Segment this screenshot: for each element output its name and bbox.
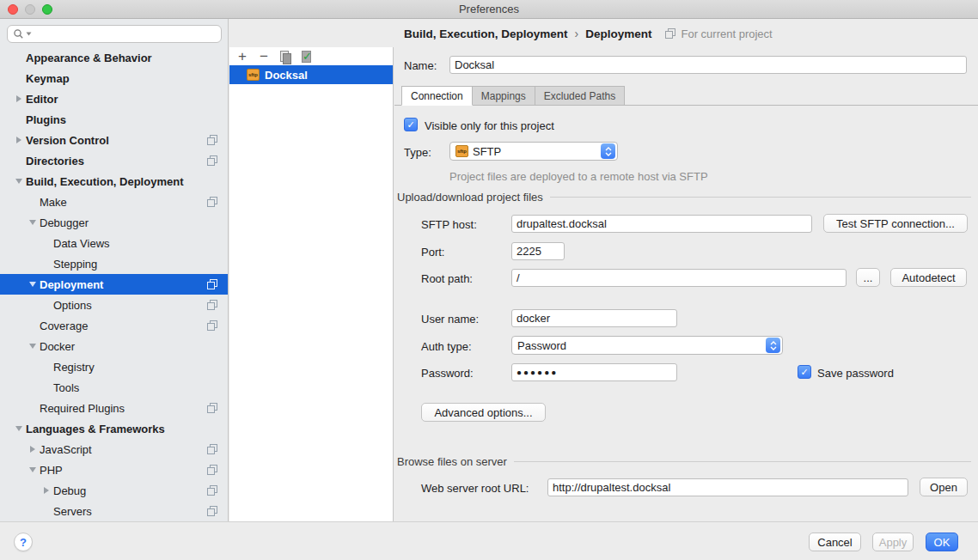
header-bar: Build, Execution, Deployment › Deploymen… [229,19,978,47]
sidebar-item-registry[interactable]: Registry [0,356,228,377]
sidebar-item-appearance-behavior[interactable]: Appearance & Behavior [0,47,228,68]
per-project-icon [207,485,217,496]
sidebar-item-required-plugins[interactable]: Required Plugins [0,398,228,418]
ok-button[interactable]: OK [926,533,958,551]
sidebar-item-build-execution-deployment[interactable]: Build, Execution, Deployment [0,171,228,192]
search-options-caret-icon[interactable] [26,32,32,36]
help-button[interactable]: ? [14,533,33,551]
sidebar-item-label: Coverage [40,320,88,332]
chevron-down-icon[interactable] [26,218,40,227]
visible-only-label: Visible only for this project [425,119,554,132]
footer-bar: ? Cancel Apply OK [0,521,978,560]
sidebar-item-debug[interactable]: Debug [0,480,228,501]
save-password-checkbox[interactable]: ✓ [798,365,811,379]
no-arrow [12,115,26,124]
sidebar-item-label: Editor [26,93,58,106]
search-input[interactable] [7,25,222,43]
copy-button[interactable] [276,49,295,64]
autodetect-button[interactable]: Autodetect [890,268,967,287]
sidebar-item-label: Options [53,299,92,312]
remove-button[interactable] [254,49,273,64]
sidebar-item-tools[interactable]: Tools [0,377,228,398]
per-project-icon [207,197,217,207]
advanced-options-button[interactable]: Advanced options... [421,403,546,422]
cancel-button[interactable]: Cancel [809,533,861,551]
section-divider [550,197,971,198]
sidebar-item-version-control[interactable]: Version Control [0,130,228,150]
name-input[interactable]: Docksal [449,56,967,74]
sidebar-item-label: Registry [53,361,95,374]
chevron-right-icon[interactable] [12,94,26,103]
user-name-input[interactable]: docker [511,309,677,327]
tab-excluded-paths[interactable]: Excluded Paths [535,86,625,106]
sidebar-item-make[interactable]: Make [0,192,228,212]
sidebar-item-debugger[interactable]: Debugger [0,212,228,233]
browse-root-path-button[interactable]: ... [856,268,880,287]
sidebar-item-label: Docker [40,340,75,353]
breadcrumb-section[interactable]: Build, Execution, Deployment [404,27,568,40]
save-password-label: Save password [817,367,894,380]
no-arrow [40,383,53,392]
sidebar-item-keymap[interactable]: Keymap [0,68,228,88]
no-arrow [26,321,40,330]
auth-type-select[interactable]: Password [511,336,783,355]
type-select[interactable]: SFTP [449,142,618,161]
type-label: Type: [404,146,431,159]
tab-connection[interactable]: Connection [401,86,473,106]
close-button[interactable] [8,4,18,15]
sidebar-item-label: Languages & Frameworks [26,423,165,435]
no-arrow [12,74,26,82]
sidebar-item-javascript[interactable]: JavaScript [0,439,228,460]
chevron-down-icon[interactable] [12,177,26,186]
test-sftp-connection-button[interactable]: Test SFTP connection... [823,214,968,233]
chevron-right-icon[interactable] [26,445,40,453]
sidebar-item-options[interactable]: Options [0,295,228,315]
no-arrow [40,362,53,371]
minimize-button[interactable] [25,4,35,15]
settings-tree: Appearance & BehaviorKeymapEditorPlugins… [0,47,228,521]
sidebar-item-data-views[interactable]: Data Views [0,233,228,253]
sidebar-item-docker[interactable]: Docker [0,336,228,356]
sidebar-item-directories[interactable]: Directories [0,150,228,171]
auth-type-select-value: Password [517,339,761,352]
apply-button[interactable]: Apply [872,533,914,551]
sidebar-item-label: Data Views [53,237,110,250]
sidebar-item-coverage[interactable]: Coverage [0,315,228,336]
no-arrow [12,53,26,62]
sidebar-item-editor[interactable]: Editor [0,88,228,109]
sidebar-item-languages-frameworks[interactable]: Languages & Frameworks [0,418,228,439]
use-as-default-button[interactable] [297,49,316,64]
chevron-down-icon[interactable] [12,424,26,433]
scope-label: For current project [681,27,772,40]
tab-mappings[interactable]: Mappings [473,86,535,106]
name-label: Name: [404,59,437,72]
user-name-label: User name: [421,313,479,326]
password-input[interactable]: ●●●●●● [511,363,677,381]
sftp-host-input[interactable]: drupaltest.docksal [511,215,812,233]
chevron-right-icon[interactable] [40,486,53,495]
chevron-down-icon[interactable] [26,466,40,474]
zoom-button[interactable] [42,4,52,15]
sidebar-item-deployment[interactable]: Deployment [0,274,228,295]
sidebar-item-plugins[interactable]: Plugins [0,109,228,130]
open-button[interactable]: Open [920,478,968,496]
port-input[interactable]: 2225 [511,242,565,260]
sidebar-item-servers[interactable]: Servers [0,501,228,521]
root-path-input[interactable]: / [511,269,847,287]
per-project-icon [207,155,217,166]
upload-section-title: Upload/download project files [397,191,543,204]
server-item-docksal[interactable]: Docksal [229,65,393,84]
chevron-down-icon[interactable] [26,280,40,289]
sidebar-item-stepping[interactable]: Stepping [0,253,228,274]
type-hint: Project files are deployed to a remote h… [449,170,708,183]
chevron-right-icon[interactable] [12,136,26,144]
scope-indicator: For current project [665,27,772,40]
chevron-down-icon[interactable] [26,342,40,350]
visible-only-checkbox[interactable]: ✓ [404,118,418,131]
browse-section-header: Browse files on server [397,455,971,468]
add-button[interactable] [233,49,252,64]
per-project-icon [207,279,217,289]
sidebar-item-php[interactable]: PHP [0,460,228,480]
title-bar: Preferences [0,0,978,19]
web-root-input[interactable]: http://drupaltest.docksal [547,478,908,496]
